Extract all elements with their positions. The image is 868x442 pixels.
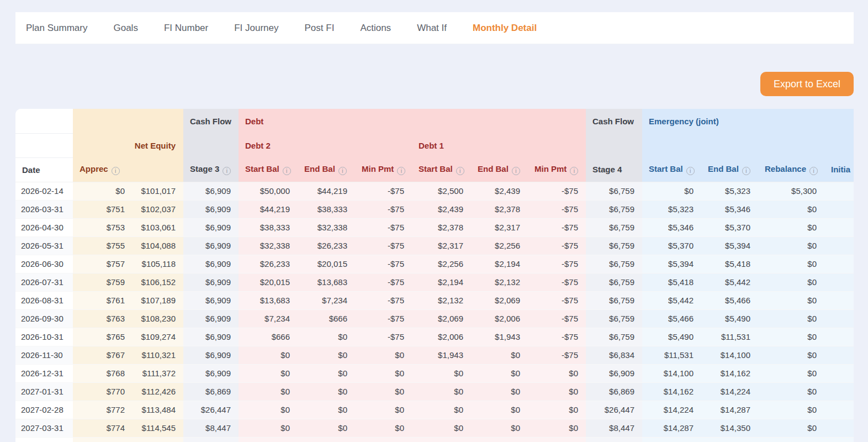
info-icon[interactable]: i	[809, 167, 818, 175]
tab-post-fi[interactable]: Post FI	[305, 23, 335, 34]
col-header-apprec: Appreci	[73, 157, 133, 182]
cell-debt2-min-pmt: -$75	[355, 236, 412, 255]
cell-em-end-bal: $14,224	[701, 382, 758, 401]
cell-rebalance: $0	[758, 309, 824, 328]
cell-stage-3: $6,909	[183, 182, 239, 200]
cell-debt1-end-bal: $0	[471, 346, 528, 364]
cell-stage-3: $6,909	[183, 255, 239, 273]
cell-debt1-min-pmt: -$75	[528, 255, 586, 273]
cell-date: 2026-08-31	[15, 291, 73, 309]
cell-em-start-bal	[642, 437, 701, 442]
cell-date: 2027-01-31	[15, 382, 73, 401]
cell-apprec: $770	[73, 382, 133, 401]
cell-rebalance: $0	[758, 382, 824, 401]
cell-initial	[824, 419, 854, 437]
cell-debt2-end-bal: $0	[298, 364, 355, 382]
col-header-debt1-end-bal: End Bali	[471, 157, 528, 182]
tab-fi-journey[interactable]: FI Journey	[234, 23, 278, 34]
cell-em-end-bal: $5,370	[701, 218, 758, 236]
subgroup-debt-2: Debt 2	[239, 133, 412, 157]
cell-debt2-start-bal: $0	[239, 419, 298, 437]
cell-rebalance: $0	[758, 255, 824, 273]
cell-debt2-start-bal: $26,233	[239, 255, 298, 273]
cell-debt1-start-bal: $2,132	[412, 291, 471, 309]
cell-debt2-start-bal: $0	[239, 401, 298, 419]
table-row: 2026-07-31$759$106,152$6,909$20,015$13,6…	[15, 273, 854, 291]
cell-stage-4: $6,759	[586, 309, 642, 328]
cell-net-equity-value: $110,321	[133, 346, 183, 364]
info-icon[interactable]: i	[283, 167, 291, 175]
cell-em-start-bal: $14,224	[642, 401, 701, 419]
cell-debt1-min-pmt: -$75	[528, 236, 586, 255]
info-icon[interactable]: i	[338, 167, 347, 175]
cell-em-end-bal: $14,287	[701, 401, 758, 419]
cell-em-end-bal	[701, 437, 758, 442]
cell-initial	[824, 328, 854, 346]
cell-rebalance: $0	[758, 291, 824, 309]
info-icon[interactable]: i	[512, 167, 520, 175]
cell-apprec: $772	[73, 401, 133, 419]
cell-net-equity-value	[133, 437, 183, 442]
cell-debt1-end-bal: $0	[471, 401, 528, 419]
cell-debt2-end-bal: $0	[298, 419, 355, 437]
tab-monthly-detail[interactable]: Monthly Detail	[473, 23, 537, 34]
cell-debt1-end-bal: $2,194	[471, 255, 528, 273]
tab-actions[interactable]: Actions	[360, 23, 391, 34]
cell-em-end-bal: $5,442	[701, 273, 758, 291]
cell-debt2-start-bal: $0	[239, 346, 298, 364]
cell-debt2-min-pmt: -$75	[355, 182, 412, 200]
info-icon[interactable]: i	[686, 167, 695, 175]
export-to-excel-button[interactable]: Export to Excel	[760, 72, 854, 96]
cell-stage-4: $6,759	[586, 218, 642, 236]
tab-what-if[interactable]: What If	[417, 23, 447, 34]
tab-fi-number[interactable]: FI Number	[164, 23, 208, 34]
table-row: 2027-01-31$770$112,426$6,869$0$0$0$0$0$0…	[15, 382, 854, 401]
table-row: 2027-02-28$772$113,484$26,447$0$0$0$0$0$…	[15, 401, 854, 419]
info-icon[interactable]: i	[742, 167, 750, 175]
cell-debt2-min-pmt: -$75	[355, 291, 412, 309]
cell-initial	[824, 346, 854, 364]
cell-date: 2026-03-31	[15, 200, 73, 218]
cell-stage-4: $6,759	[586, 273, 642, 291]
table-row: 2026-03-31$751$102,037$6,909$44,219$38,3…	[15, 200, 854, 218]
cell-debt1-min-pmt: -$75	[528, 200, 586, 218]
cell-initial	[824, 218, 854, 236]
table-row: 2026-11-30$767$110,321$6,909$0$0$0$1,943…	[15, 346, 854, 364]
cell-debt1-end-bal: $0	[471, 419, 528, 437]
tab-plan-summary[interactable]: Plan Summary	[26, 23, 87, 34]
cell-debt2-start-bal: $0	[239, 382, 298, 401]
cell-stage-4: $6,759	[586, 182, 642, 200]
cell-debt1-end-bal: $2,069	[471, 291, 528, 309]
table-row: 2027-03-31$774$114,545$8,447$0$0$0$0$0$0…	[15, 419, 854, 437]
cell-initial	[824, 437, 854, 442]
info-icon[interactable]: i	[112, 167, 120, 175]
info-icon[interactable]: i	[223, 167, 231, 175]
cell-debt1-start-bal: $0	[412, 364, 471, 382]
col-header-date: Date	[15, 157, 73, 182]
column-header-row: Date Appreci Stage 3i Start Bali End Bal…	[15, 157, 854, 182]
cell-debt1-start-bal: $2,500	[412, 182, 471, 200]
cell-net-equity-value: $103,061	[133, 218, 183, 236]
cell-net-equity-value: $108,230	[133, 309, 183, 328]
cell-debt2-end-bal: $7,234	[298, 291, 355, 309]
col-header-net-equity-value	[133, 157, 183, 182]
cell-debt1-min-pmt: -$75	[528, 218, 586, 236]
info-icon[interactable]: i	[456, 167, 464, 175]
info-icon[interactable]: i	[397, 167, 405, 175]
cell-debt1-min-pmt: -$75	[528, 309, 586, 328]
cell-debt2-end-bal: $0	[298, 382, 355, 401]
table-row: 2026-04-30$753$103,061$6,909$38,333$32,3…	[15, 218, 854, 236]
cell-rebalance: $0	[758, 273, 824, 291]
group-cash-flow-left: Cash Flow	[183, 109, 239, 133]
cell-stage-4: $6,759	[586, 291, 642, 309]
cell-debt1-end-bal: $2,378	[471, 200, 528, 218]
info-icon[interactable]: i	[570, 167, 578, 175]
cell-initial	[824, 236, 854, 255]
tab-goals[interactable]: Goals	[113, 23, 137, 34]
cell-net-equity-value: $114,545	[133, 419, 183, 437]
cell-em-start-bal: $5,490	[642, 328, 701, 346]
cell-debt1-start-bal: $2,006	[412, 328, 471, 346]
col-header-stage-3: Stage 3i	[183, 157, 239, 182]
col-header-initial: Initia	[824, 157, 854, 182]
cell-stage-4: $6,869	[586, 382, 642, 401]
